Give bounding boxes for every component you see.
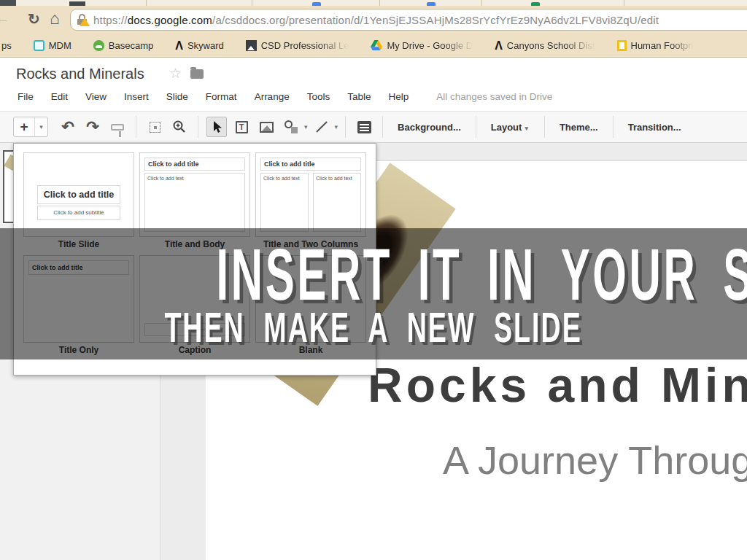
mdm-icon xyxy=(34,40,44,51)
url-text: https://docs.google.com/a/csddocs.org/pr… xyxy=(93,14,659,26)
insert-image-button[interactable] xyxy=(256,117,276,137)
new-slide-button[interactable]: + ▾ xyxy=(13,117,48,137)
bookmark-human-footprint[interactable]: Human Footpri xyxy=(617,40,694,51)
toolbar-separator xyxy=(544,116,545,138)
menu-help[interactable]: Help xyxy=(388,91,409,102)
edit-toolbar: + ▾ ↶ ↷ T ▾ ▾ xyxy=(0,111,747,143)
save-status: All changes saved in Drive xyxy=(436,91,552,102)
slide-title-text[interactable]: Rocks and Min xyxy=(368,357,747,413)
bookmark-mdm[interactable]: MDM xyxy=(34,40,71,51)
star-icon[interactable]: ☆ xyxy=(169,65,182,82)
lambda-icon: Λ xyxy=(175,40,183,51)
browser-toolbar: ← ↻ ⌂ https://docs.google.com/a/csddocs.… xyxy=(0,6,747,34)
overlay-subheadline: THEN MAKE A NEW SLIDE xyxy=(0,305,747,350)
reload-icon[interactable]: ↻ xyxy=(28,10,40,28)
toolbar-separator xyxy=(382,116,383,138)
bookmark-apps[interactable]: ps xyxy=(1,40,12,51)
document-title[interactable]: Rocks and Minerals xyxy=(16,66,144,82)
toolbar-separator xyxy=(613,116,614,138)
menu-table[interactable]: Table xyxy=(347,91,371,102)
bookmark-my-drive[interactable]: My Drive - Google D xyxy=(371,40,473,51)
background-button[interactable]: Background... xyxy=(389,122,470,133)
zoom-in-button[interactable] xyxy=(169,117,190,137)
transition-button[interactable]: Transition... xyxy=(619,122,690,133)
tab-separator xyxy=(624,0,624,6)
lambda-icon: Λ xyxy=(495,40,503,51)
insert-line-button[interactable] xyxy=(311,117,332,137)
bookmark-basecamp[interactable]: Basecamp xyxy=(93,40,153,51)
redo-icon: ↷ xyxy=(86,120,99,134)
tab-separator xyxy=(379,0,380,6)
comment-icon xyxy=(357,121,371,133)
menu-insert[interactable]: Insert xyxy=(124,91,149,102)
menu-arrange[interactable]: Arrange xyxy=(255,91,290,102)
toolbar-separator xyxy=(198,116,198,138)
shape-dropdown-caret-icon[interactable]: ▾ xyxy=(304,123,308,131)
layout-dropdown-caret-icon: ▾ xyxy=(525,125,528,132)
tab-separator xyxy=(146,0,147,6)
menu-view[interactable]: View xyxy=(85,91,107,102)
cursor-arrow-icon xyxy=(211,120,222,133)
fit-zoom-icon xyxy=(150,122,160,133)
fit-zoom-button[interactable] xyxy=(144,117,165,137)
menu-format[interactable]: Format xyxy=(206,91,237,102)
toolbar-separator xyxy=(136,116,136,138)
text-box-icon: T xyxy=(236,121,248,133)
tab-separator xyxy=(481,0,482,6)
tab-separator xyxy=(252,0,252,6)
layout-button[interactable]: Layout▾ xyxy=(482,122,538,133)
browser-tab-strip[interactable] xyxy=(0,0,747,6)
plus-icon[interactable]: + xyxy=(14,117,35,136)
paint-roller-icon xyxy=(111,124,124,131)
google-drive-icon xyxy=(371,40,382,50)
bookmark-csd-professional[interactable]: CSD Professional Le xyxy=(246,40,349,51)
back-icon[interactable]: ← xyxy=(0,10,9,27)
magnifier-plus-icon xyxy=(172,120,187,134)
toolbar-separator xyxy=(345,116,346,138)
layout-thumbnail[interactable]: Click to add title Click to add subtitle xyxy=(23,152,134,237)
csd-icon xyxy=(246,40,257,51)
bookmark-canyons-school[interactable]: Λ Canyons School Dist xyxy=(495,40,595,51)
subtitle-placeholder: Click to add subtitle xyxy=(37,206,120,220)
redo-button[interactable]: ↷ xyxy=(82,117,103,137)
menu-file[interactable]: File xyxy=(18,91,34,102)
home-icon[interactable]: ⌂ xyxy=(50,9,60,28)
undo-icon: ↶ xyxy=(61,120,74,134)
menu-tools[interactable]: Tools xyxy=(307,91,330,102)
line-icon xyxy=(315,120,328,133)
title-placeholder: Click to add title xyxy=(260,158,361,171)
folder-icon[interactable] xyxy=(190,69,204,79)
new-slide-dropdown-caret-icon[interactable]: ▾ xyxy=(35,117,47,136)
shape-icon xyxy=(285,120,298,133)
bookmark-skyward[interactable]: Λ Skyward xyxy=(175,40,224,51)
layout-thumbnail[interactable]: Click to add title Click to add text xyxy=(139,152,250,237)
overlay-headline: INSERT IT IN YOUR SLIDE xyxy=(0,234,747,314)
theme-button[interactable]: Theme... xyxy=(551,122,607,133)
paint-format-button[interactable] xyxy=(107,117,128,137)
undo-button[interactable]: ↶ xyxy=(58,117,78,137)
column1-placeholder: Click to add text xyxy=(260,173,309,232)
yellow-square-icon xyxy=(617,40,627,51)
image-icon xyxy=(260,122,274,133)
text-box-button[interactable]: T xyxy=(231,117,252,137)
bookmarks-bar: ps MDM Basecamp Λ Skyward CSD Profession… xyxy=(0,34,747,58)
menu-edit[interactable]: Edit xyxy=(51,91,68,102)
menu-slide[interactable]: Slide xyxy=(166,91,188,102)
title-placeholder: Click to add title xyxy=(144,158,245,171)
toolbar-separator xyxy=(476,116,476,138)
slide-subtitle-text[interactable]: A Journey Through xyxy=(443,438,747,483)
address-bar[interactable]: https://docs.google.com/a/csddocs.org/pr… xyxy=(70,9,747,31)
line-dropdown-caret-icon[interactable]: ▾ xyxy=(335,123,338,131)
title-placeholder: Click to add title xyxy=(37,185,120,204)
basecamp-icon xyxy=(93,40,104,51)
insert-shape-button[interactable] xyxy=(281,117,301,137)
caption-overlay-band: INSERT IT IN YOUR SLIDE THEN MAKE A NEW … xyxy=(0,228,747,359)
column2-placeholder: Click to add text xyxy=(313,173,361,232)
insert-comment-button[interactable] xyxy=(354,117,374,137)
app-header: Rocks and Minerals ☆ File Edit View Inse… xyxy=(0,58,747,111)
layout-thumbnail[interactable]: Click to add title Click to add text Cli… xyxy=(255,152,366,237)
ssl-warning-lock-icon[interactable] xyxy=(77,14,89,26)
window-edge xyxy=(0,0,16,6)
body-placeholder: Click to add text xyxy=(144,173,245,232)
select-tool-button[interactable] xyxy=(206,117,227,137)
